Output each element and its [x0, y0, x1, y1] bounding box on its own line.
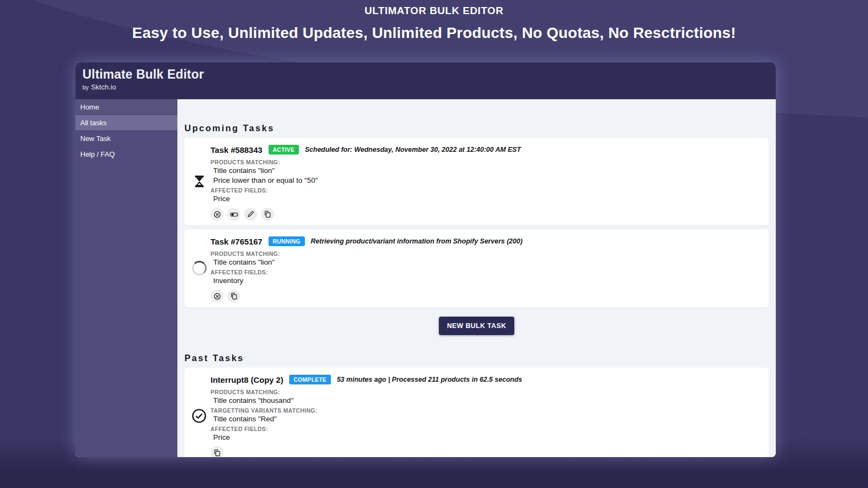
- app-body: Home All tasks New Task Help / FAQ Upcom…: [75, 99, 776, 457]
- byline-brand: Sktch.io: [91, 83, 116, 91]
- duplicate-task-button[interactable]: [210, 446, 224, 457]
- byline-prefix: by: [82, 84, 89, 91]
- task-status-text: Scheduled for: Wednesday, November 30, 2…: [305, 146, 521, 153]
- affected-fields-value: Price: [213, 195, 762, 203]
- main-content: Upcoming Tasks Task #588343 ACTIVE Sc: [177, 99, 776, 457]
- task-title: Task #588343: [210, 145, 263, 155]
- task-card-content: Task #765167 RUNNING Retrieving product/…: [210, 234, 762, 303]
- toggle-task-button[interactable]: [227, 208, 240, 221]
- sidebar-item-home[interactable]: Home: [75, 99, 177, 115]
- edit-task-button[interactable]: [244, 208, 257, 221]
- cancel-task-button[interactable]: [210, 290, 224, 303]
- products-matching-value: Title contains "lion": [213, 258, 762, 267]
- status-badge-active: ACTIVE: [269, 145, 299, 155]
- products-matching-value: Price lower than or equal to "50": [213, 176, 762, 185]
- affected-fields-label: AFFECTED FIELDS:: [210, 426, 762, 432]
- affected-fields-label: AFFECTED FIELDS:: [210, 187, 762, 194]
- products-matching-label: PRODUCTS MATCHING:: [210, 389, 762, 395]
- products-matching-label: PRODUCTS MATCHING:: [210, 251, 762, 257]
- affected-fields-value: Price: [213, 433, 762, 442]
- task-title: Task #765167: [210, 237, 263, 246]
- sidebar-item-new-task[interactable]: New Task: [75, 131, 177, 146]
- edit-icon: [246, 210, 255, 219]
- targetting-variants-label: TARGETTING VARIANTS MATCHING:: [210, 407, 762, 414]
- task-title: Interrupt8 (Copy 2): [210, 375, 283, 384]
- affected-fields-label: AFFECTED FIELDS:: [210, 269, 762, 275]
- task-card-588343: Task #588343 ACTIVE Scheduled for: Wedne…: [184, 138, 769, 226]
- task-status-text: Retrieving product/variant information f…: [311, 237, 522, 245]
- task-title-row: Task #765167 RUNNING Retrieving product/…: [210, 236, 762, 246]
- task-actions: [210, 446, 762, 457]
- task-card-765167: Task #765167 RUNNING Retrieving product/…: [184, 229, 769, 307]
- banner-subtitle: Easy to Use, Unlimited Updates, Unlimite…: [0, 24, 868, 42]
- duplicate-task-button[interactable]: [261, 208, 274, 221]
- new-bulk-task-button[interactable]: NEW BULK TASK: [439, 317, 514, 335]
- banner-title: ULTIMATOR BULK EDITOR: [0, 5, 868, 17]
- products-matching-value: Title contains "thousand": [213, 396, 762, 405]
- duplicate-task-button[interactable]: [227, 290, 240, 303]
- task-card-content: Interrupt8 (Copy 2) COMPLETE 53 minutes …: [210, 372, 762, 457]
- duplicate-icon: [263, 210, 272, 219]
- duplicate-icon: [213, 448, 221, 457]
- sidebar-item-help-faq[interactable]: Help / FAQ: [75, 146, 177, 162]
- app-window: Ultimate Bulk Editor bySktch.io Home All…: [75, 62, 776, 457]
- task-card-interrupt8: Interrupt8 (Copy 2) COMPLETE 53 minutes …: [184, 368, 769, 457]
- app-byline: bySktch.io: [82, 83, 776, 91]
- cancel-icon: [213, 210, 222, 219]
- affected-fields-value: Inventory: [213, 277, 762, 285]
- task-actions: [210, 208, 762, 221]
- task-card-content: Task #588343 ACTIVE Scheduled for: Wedne…: [210, 142, 762, 221]
- status-badge-complete: COMPLETE: [289, 375, 331, 384]
- products-matching-label: PRODUCTS MATCHING:: [210, 159, 762, 165]
- hourglass-icon: [188, 142, 210, 221]
- products-matching-value: Title contains "lion": [213, 166, 762, 175]
- duplicate-icon: [229, 292, 238, 300]
- task-actions: [210, 290, 762, 303]
- app-header: Ultimate Bulk Editor bySktch.io: [75, 62, 776, 99]
- promo-banner: ULTIMATOR BULK EDITOR Easy to Use, Unlim…: [0, 0, 868, 42]
- check-circle-icon: [188, 372, 210, 457]
- spinner-icon: [188, 234, 210, 303]
- sidebar: Home All tasks New Task Help / FAQ: [75, 99, 177, 457]
- toggle-icon: [229, 210, 239, 219]
- task-status-text: 53 minutes ago | Processed 211 products …: [337, 376, 522, 383]
- targetting-variants-value: Title contains "Red": [213, 415, 762, 423]
- new-task-button-row: NEW BULK TASK: [184, 317, 769, 335]
- upcoming-tasks-heading: Upcoming Tasks: [184, 123, 769, 133]
- task-title-row: Task #588343 ACTIVE Scheduled for: Wedne…: [210, 145, 762, 155]
- past-tasks-heading: Past Tasks: [184, 353, 769, 363]
- task-title-row: Interrupt8 (Copy 2) COMPLETE 53 minutes …: [210, 375, 762, 384]
- status-badge-running: RUNNING: [269, 236, 305, 246]
- cancel-task-button[interactable]: [210, 208, 224, 221]
- sidebar-item-all-tasks[interactable]: All tasks: [75, 115, 177, 131]
- cancel-icon: [213, 292, 222, 301]
- app-title: Ultimate Bulk Editor: [82, 67, 776, 82]
